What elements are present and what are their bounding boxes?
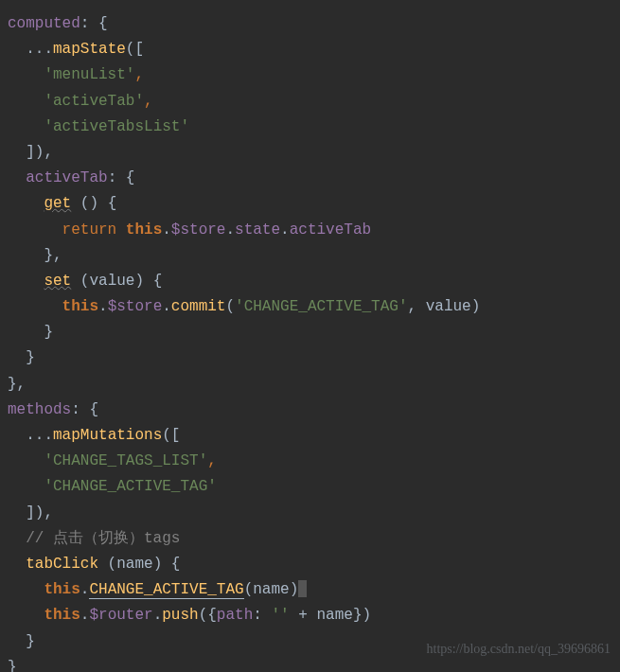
string-literal: 'CHANGE_ACTIVE_TAG' (44, 478, 216, 495)
string-literal: 'menuList' (44, 66, 134, 83)
property: methods (8, 401, 71, 418)
string-literal: 'CHANGE_ACTIVE_TAG' (235, 298, 407, 315)
setter: set (44, 273, 71, 290)
comment: // 点击（切换）tags (26, 530, 180, 547)
code-line: methods: { (8, 398, 612, 423)
code-line: }, (8, 372, 612, 398)
code-line: } (8, 320, 612, 345)
watermark: https://blog.csdn.net/qq_39696861 (427, 638, 611, 661)
string-literal: 'activeTabsList' (44, 118, 189, 135)
keyword-this: this (126, 221, 162, 239)
property: activeTab (26, 169, 107, 186)
method-call: mapState (53, 41, 126, 58)
code-line: return this.$store.state.activeTab (8, 218, 612, 243)
code-line: }, (8, 243, 612, 269)
method-call: CHANGE_ACTIVE_TAG (89, 581, 243, 599)
getter: get (44, 195, 71, 212)
code-line: this.CHANGE_ACTIVE_TAG(name) (8, 577, 612, 603)
code-line: ...mapState([ (8, 37, 612, 62)
code-line: ...mapMutations([ (8, 423, 612, 449)
code-line: tabClick (name) { (8, 552, 612, 577)
string-literal: 'activeTab' (44, 93, 144, 110)
property: computed (8, 15, 80, 32)
code-line: set (value) { (8, 269, 612, 294)
keyword-this: this (44, 607, 80, 624)
code-line: ]), (8, 140, 612, 166)
code-line: ]), (8, 501, 612, 526)
keyword-return: return (62, 221, 126, 239)
method-call: mapMutations (53, 427, 162, 444)
code-line: this.$router.push({path: '' + name}) (8, 603, 612, 628)
code-line: 'CHANGE_ACTIVE_TAG' (8, 474, 612, 500)
keyword-this: this (62, 298, 98, 315)
code-line: get () { (8, 191, 612, 217)
code-line: computed: { (8, 11, 612, 37)
cursor-icon (298, 580, 307, 597)
code-line: } (8, 345, 612, 371)
string-literal: 'CHANGE_TAGS_LIST' (44, 452, 207, 469)
code-line: 'CHANGE_TAGS_LIST', (8, 449, 612, 474)
code-line: 'activeTabsList' (8, 115, 612, 140)
code-line: activeTab: { (8, 166, 612, 191)
keyword-this: this (44, 581, 80, 598)
code-editor[interactable]: computed: { ...mapState([ 'menuList', 'a… (8, 11, 612, 672)
code-line: 'menuList', (8, 62, 612, 88)
code-line: // 点击（切换）tags (8, 526, 612, 552)
code-line: this.$store.commit('CHANGE_ACTIVE_TAG', … (8, 294, 612, 320)
method-def: tabClick (26, 556, 98, 573)
code-line: 'activeTab', (8, 89, 612, 115)
